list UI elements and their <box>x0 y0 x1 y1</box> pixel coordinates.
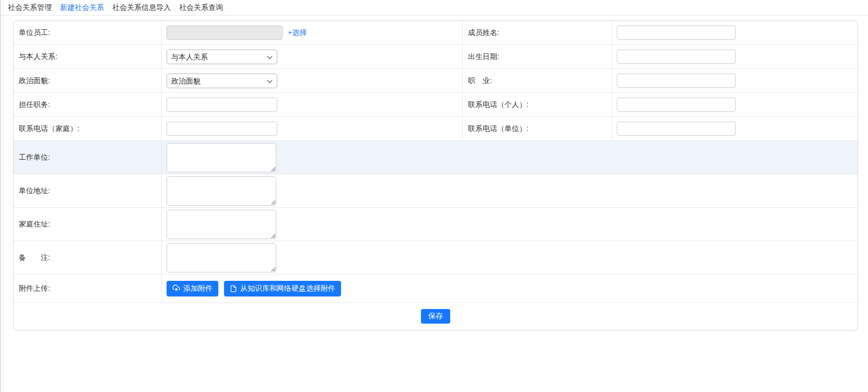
phone-personal-field <box>612 93 858 116</box>
employee-input <box>167 26 283 40</box>
work-unit-textarea[interactable] <box>167 143 276 172</box>
form-row-employee-name: 单位员工: +选择 成员姓名: <box>14 21 858 45</box>
phone-work-label: 联系电话（单位）: <box>463 117 612 140</box>
unit-address-textarea-wrap <box>167 176 276 206</box>
phone-personal-label-text: 联系电话（个人）: <box>468 100 529 110</box>
phone-home-label-text: 联系电话（家庭）: <box>19 124 79 134</box>
form-row-unit-address: 单位地址: <box>14 174 858 208</box>
phone-home-label: 联系电话（家庭）: <box>14 117 162 140</box>
position-input[interactable] <box>167 98 277 112</box>
phone-work-input[interactable] <box>617 122 736 136</box>
employee-label: 单位员工: <box>14 21 162 44</box>
home-address-label-text: 家庭住址: <box>19 220 50 229</box>
member-name-field <box>612 21 858 44</box>
birth-date-input[interactable] <box>617 50 736 64</box>
form-row-phone-home-work: 联系电话（家庭）: 联系电话（单位）: <box>14 117 858 141</box>
home-address-textarea-wrap <box>167 210 276 239</box>
phone-home-input[interactable] <box>167 122 277 136</box>
remarks-textarea-wrap <box>167 243 276 272</box>
form-row-attachment: 附件上传: 添加附件 从知识库和网络硬盘选择附件 <box>14 275 858 303</box>
member-name-input[interactable] <box>617 26 736 40</box>
attachment-label-text: 附件上传: <box>19 284 50 293</box>
relation-field: 与本人关系 <box>162 45 463 68</box>
relation-label: 与本人关系: <box>14 45 162 68</box>
unit-address-field <box>162 174 858 207</box>
save-button-container: 保存 <box>14 303 858 330</box>
new-social-relation-form: 单位员工: +选择 成员姓名: 与本人关系: 与本人关系 出生日期: 政治面貌:… <box>13 20 858 330</box>
remarks-textarea[interactable] <box>167 243 276 272</box>
remarks-label: 备 注: <box>14 241 162 274</box>
remarks-label-text: 备 注: <box>19 253 50 263</box>
attachment-label: 附件上传: <box>14 275 162 302</box>
form-row-position-phone-personal: 担任职务: 联系电话（个人）: <box>14 93 858 117</box>
form-row-save: 保存 <box>14 303 858 330</box>
unit-address-textarea[interactable] <box>167 176 276 206</box>
unit-address-label-text: 单位地址: <box>19 186 50 196</box>
employee-field: +选择 <box>162 21 463 44</box>
political-status-select[interactable]: 政治面貌 <box>167 74 277 88</box>
form-row-remarks: 备 注: <box>14 241 858 275</box>
position-field <box>162 93 463 116</box>
form-row-work-unit: 工作单位: <box>14 141 858 174</box>
member-name-label: 成员姓名: <box>463 21 612 44</box>
political-status-field: 政治面貌 <box>162 69 463 92</box>
select-from-kb-button[interactable]: 从知识库和网络硬盘选择附件 <box>224 281 341 296</box>
relation-label-text: 与本人关系: <box>19 52 57 62</box>
window-edge-line <box>1 0 1 392</box>
work-unit-label-text: 工作单位: <box>19 153 50 162</box>
add-attachment-button-label: 添加附件 <box>183 284 213 293</box>
position-label-text: 担任职务: <box>19 100 50 110</box>
save-button[interactable]: 保存 <box>421 309 450 324</box>
remarks-field <box>162 241 858 274</box>
occupation-input[interactable] <box>617 74 736 88</box>
window-edge-line-2 <box>3 0 4 392</box>
form-row-relation-birthdate: 与本人关系: 与本人关系 出生日期: <box>14 45 858 69</box>
political-status-label: 政治面貌: <box>14 69 162 92</box>
birth-date-label: 出生日期: <box>463 45 612 68</box>
home-address-label: 家庭住址: <box>14 208 162 241</box>
phone-work-field <box>612 117 858 140</box>
relation-select-wrap: 与本人关系 <box>167 50 277 64</box>
work-unit-textarea-wrap <box>167 143 276 172</box>
top-nav: 社会关系管理 新建社会关系 社会关系信息导入 社会关系查询 <box>0 0 868 16</box>
phone-personal-label: 联系电话（个人）: <box>463 93 612 116</box>
unit-address-label: 单位地址: <box>14 174 162 207</box>
cloud-upload-icon <box>172 284 180 292</box>
tab-social-relation-import[interactable]: 社会关系信息导入 <box>112 3 171 13</box>
home-address-textarea[interactable] <box>167 210 276 239</box>
work-unit-label: 工作单位: <box>14 141 162 174</box>
home-address-field <box>162 208 858 241</box>
employee-label-text: 单位员工: <box>19 28 50 38</box>
tab-new-social-relation[interactable]: 新建社会关系 <box>60 3 104 13</box>
tab-social-relation-query[interactable]: 社会关系查询 <box>179 3 223 13</box>
work-unit-field <box>162 141 858 174</box>
occupation-label: 职 业: <box>463 69 612 92</box>
relation-select[interactable]: 与本人关系 <box>167 50 277 64</box>
political-status-select-wrap: 政治面貌 <box>167 74 277 88</box>
phone-personal-input[interactable] <box>617 98 736 112</box>
political-status-label-text: 政治面貌: <box>19 76 50 86</box>
phone-work-label-text: 联系电话（单位）: <box>468 124 529 134</box>
employee-select-link[interactable]: +选择 <box>288 28 307 38</box>
position-label: 担任职务: <box>14 93 162 116</box>
birth-date-label-text: 出生日期: <box>468 52 499 62</box>
birth-date-field <box>612 45 858 68</box>
occupation-label-text: 职 业: <box>468 76 492 86</box>
member-name-label-text: 成员姓名: <box>468 28 499 38</box>
tab-social-relation-management[interactable]: 社会关系管理 <box>8 3 52 13</box>
occupation-field <box>612 69 858 92</box>
form-row-home-address: 家庭住址: <box>14 208 858 241</box>
attachment-field: 添加附件 从知识库和网络硬盘选择附件 <box>162 275 858 302</box>
file-icon <box>230 285 237 292</box>
select-from-kb-button-label: 从知识库和网络硬盘选择附件 <box>240 284 335 293</box>
add-attachment-button[interactable]: 添加附件 <box>167 281 218 296</box>
phone-home-field <box>162 117 463 140</box>
form-row-political-occupation: 政治面貌: 政治面貌 职 业: <box>14 69 858 93</box>
